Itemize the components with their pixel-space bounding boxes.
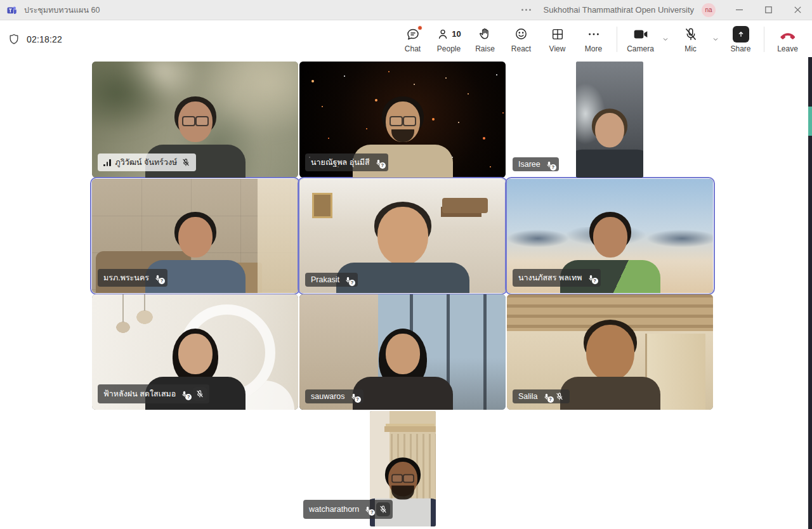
participant-tile[interactable]: ฟ้าหลังฝน สดใสเสมอ [92,294,298,410]
participant-tile[interactable]: ภูวิวัฒน์ จันทร์วงษ์ [92,62,298,178]
participant-name: นายณัฐพล อุ่นมีสี [311,156,370,169]
figure-head [586,325,634,381]
participant-video [576,62,643,178]
participant-name: watcharathorn [309,505,359,514]
figure-head [593,217,627,258]
mic-prohibited-icon [545,160,553,169]
figure-head [178,217,213,258]
participant-figure [339,211,466,293]
mic-prohibited-icon [587,274,595,282]
participant-name: Prakasit [311,275,339,284]
participant-name: ภูวิวัฒน์ จันทร์วงษ์ [115,156,178,169]
participant-tile[interactable]: Isaree [507,62,713,178]
mic-prohibited-icon [542,393,551,401]
participant-name: ฟ้าหลังฝน สดใสเสมอ [103,388,176,400]
participant-nameplate: Isaree [513,157,559,171]
beard [391,485,414,499]
mic-off-icon [181,158,190,167]
glasses [388,116,417,124]
figure-torso [560,377,660,410]
participant-name: มรภ.พระนคร [103,271,149,284]
participant-nameplate: sauwaros [305,389,363,403]
mic-prohibited-icon [374,159,383,167]
mic-prohibited-icon [344,276,352,284]
glasses [390,474,415,481]
video-grid: ภูวิวัฒน์ จันทร์วงษ์ น [0,0,812,529]
figure-head [386,334,420,374]
figure-head [377,207,428,265]
figure-head [595,113,624,147]
participant-tile[interactable]: watcharathorn [299,411,506,526]
participant-nameplate: Salila [513,389,570,403]
participant-tile[interactable]: sauwaros [299,294,506,410]
participant-nameplate: ภูวิวัฒน์ จันทร์วงษ์ [98,153,196,171]
mic-prohibited-icon [154,274,162,282]
glasses [181,116,210,124]
participant-name: Isaree [518,160,540,169]
participant-nameplate: นายณัฐพล อุ่นมีสี [305,153,388,171]
participant-tile[interactable]: Salila [507,294,713,410]
participant-name: sauwaros [311,392,345,401]
participant-figure [576,108,643,178]
mic-off-icon [555,392,564,401]
participant-nameplate: นางนภัสสร พลเทพ [513,269,601,287]
mic-off-icon [376,502,390,516]
participant-tile[interactable]: Prakasit [299,179,506,293]
mic-prohibited-icon [350,393,358,401]
mic-prohibited-icon [180,390,188,398]
participant-nameplate: Prakasit [305,273,358,287]
participant-tile[interactable]: มรภ.พระนคร [92,179,298,293]
participant-nameplate: watcharathorn [303,500,393,519]
participant-nameplate: มรภ.พระนคร [98,269,167,287]
network-quality-icon [103,159,111,166]
mic-prohibited-icon [363,506,372,514]
participant-nameplate: ฟ้าหลังฝน สดใสเสมอ [98,384,209,403]
participant-tile[interactable]: นางนภัสสร พลเทพ [507,179,713,293]
mic-off-icon [193,387,207,401]
background-window-accent [808,107,812,136]
figure-torso [353,377,453,410]
figure-torso [576,150,643,178]
participant-tile[interactable]: นายณัฐพล อุ่นมีสี [299,62,506,178]
participant-name: นางนภัสสร พลเทพ [518,271,582,284]
figure-head [178,334,213,374]
participant-name: Salila [518,392,538,401]
